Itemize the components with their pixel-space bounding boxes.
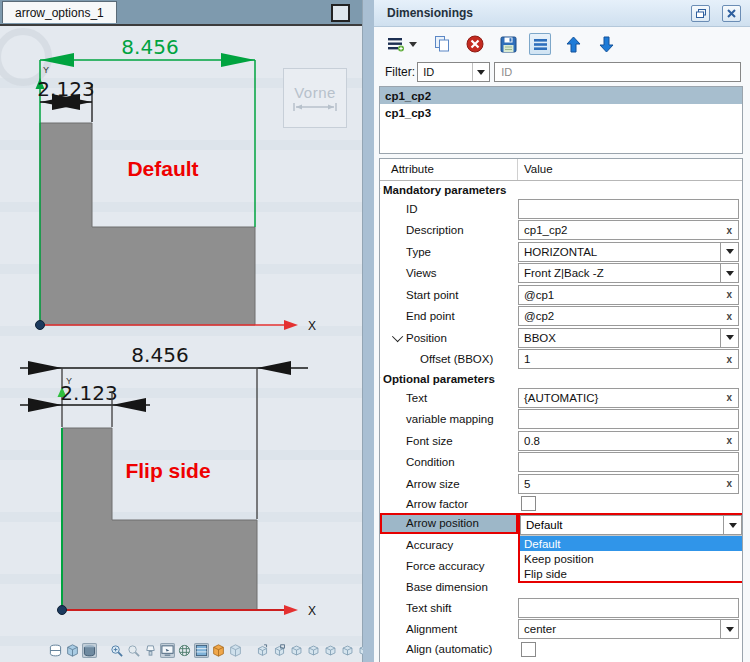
menu-add-icon[interactable]	[385, 33, 407, 55]
dim-width-default: 8.456	[121, 35, 178, 59]
param-row-variable-mapping: variable mapping	[380, 409, 742, 431]
position-select[interactable]: BBOX	[518, 328, 739, 348]
cube-iso-3-icon[interactable]	[323, 643, 338, 658]
param-row-offset-bbox: Offset (BBOX) 1x	[380, 349, 742, 371]
cube-orange-view-icon[interactable]	[211, 643, 226, 658]
param-row-align-automatic: Align (automatic)	[380, 640, 742, 658]
cad-viewport[interactable]: Vorne 8.456 Y 2.123	[0, 26, 362, 662]
cube-rotate-1-icon[interactable]	[255, 643, 270, 658]
filter-row: Filter: ID ID	[385, 62, 741, 82]
alignment-select[interactable]: center	[518, 619, 739, 639]
dropdown-option-default[interactable]: Default	[520, 536, 742, 551]
application: arrow_options_1 Vorne	[0, 0, 750, 662]
param-row-text: Text {AUTOMATIC}x	[380, 387, 742, 409]
maximize-icon[interactable]	[331, 4, 350, 22]
arrow-factor-checkbox[interactable]	[521, 496, 536, 511]
copy-icon[interactable]	[431, 33, 453, 55]
clear-icon[interactable]: x	[720, 289, 738, 300]
param-row-condition: Condition	[380, 452, 742, 474]
id-input[interactable]	[518, 199, 739, 219]
clear-icon[interactable]: x	[720, 478, 738, 489]
param-row-font-size: Font size 0.8x	[380, 430, 742, 452]
text-shift-input[interactable]	[518, 598, 739, 618]
cube-iso-2-icon[interactable]	[306, 643, 321, 658]
group-row-mandatory[interactable]: Mandatory parameters	[380, 181, 742, 198]
arrow-position-label-highlighted[interactable]: Arrow position	[380, 513, 518, 534]
arrow-size-input[interactable]: 5x	[518, 474, 739, 494]
cube-view-icon[interactable]	[65, 643, 80, 658]
delete-icon[interactable]	[464, 33, 486, 55]
chevron-down-icon[interactable]	[720, 329, 738, 347]
panel-view-icon[interactable]	[194, 643, 209, 658]
chevron-down-icon[interactable]	[720, 264, 738, 282]
restore-icon[interactable]	[691, 5, 710, 22]
group-row-optional[interactable]: Optional parameters	[380, 370, 742, 387]
description-input[interactable]: cp1_cp2x	[518, 220, 739, 240]
view-toolbar	[48, 641, 389, 659]
cylinder-solid-view-icon[interactable]	[82, 643, 97, 658]
cube-rotate-2-icon[interactable]	[272, 643, 287, 658]
align-automatic-checkbox[interactable]	[521, 642, 536, 657]
param-row-arrow-factor: Arrow factor	[380, 495, 742, 513]
menu-caret-icon[interactable]	[409, 42, 417, 47]
dropdown-option-flip-side[interactable]: Flip side	[520, 566, 742, 581]
param-row-description: Description cp1_cp2x	[380, 220, 742, 242]
clear-icon[interactable]: x	[720, 435, 738, 446]
list-item-cp1-cp2[interactable]: cp1_cp2	[380, 87, 742, 104]
dim-width-flip: 8.456	[131, 343, 188, 367]
chevron-down-icon[interactable]	[720, 243, 738, 261]
cube-iso-1-icon[interactable]	[289, 643, 304, 658]
move-up-icon[interactable]	[562, 33, 584, 55]
cube-light-view-icon[interactable]	[228, 643, 243, 658]
zoom-in-icon[interactable]	[109, 643, 124, 658]
text-input[interactable]: {AUTOMATIC}x	[518, 388, 739, 408]
origin-marker-flip	[58, 606, 67, 615]
move-down-icon[interactable]	[595, 33, 617, 55]
group-row-3d-parameter[interactable]: 3D Parameter	[380, 658, 742, 662]
dim-column-flip: 2.123	[60, 381, 117, 405]
param-row-position: Position BBOX	[380, 327, 742, 349]
offset-bbox-input[interactable]: 1x	[518, 349, 739, 369]
chevron-down-icon[interactable]	[723, 516, 741, 534]
list-item-cp1-cp3[interactable]: cp1_cp3	[380, 104, 742, 121]
param-row-alignment: Alignment center	[380, 619, 742, 641]
panel-title: Dimensionings	[374, 6, 473, 20]
screen-select-icon[interactable]	[160, 643, 175, 658]
views-select[interactable]: Front Z|Back -Z	[518, 263, 739, 283]
header-attribute: Attribute	[380, 159, 518, 180]
end-point-input[interactable]: @cp2x	[518, 306, 739, 326]
layers-icon[interactable]	[177, 643, 192, 658]
font-size-input[interactable]: 0.8x	[518, 431, 739, 451]
variable-mapping-input[interactable]	[518, 409, 739, 429]
chevron-down-icon[interactable]	[472, 63, 489, 81]
chevron-down-icon[interactable]	[720, 620, 738, 638]
cylinder-view-icon[interactable]	[48, 643, 63, 658]
panel-titlebar: Dimensionings	[374, 0, 750, 27]
condition-input[interactable]	[518, 452, 739, 472]
clear-icon[interactable]: x	[720, 311, 738, 322]
save-icon[interactable]	[497, 33, 519, 55]
annotation-default: Default	[127, 157, 198, 180]
list-view-icon[interactable]	[529, 33, 551, 55]
start-point-input[interactable]: @cp1x	[518, 285, 739, 305]
y-axis-label-default: Y	[43, 65, 49, 75]
dimension-list[interactable]: cp1_cp2 cp1_cp3	[379, 86, 743, 154]
tab-arrow-options[interactable]: arrow_options_1	[2, 1, 117, 23]
clear-icon[interactable]: x	[720, 392, 738, 403]
table-header: Attribute Value	[380, 159, 742, 181]
filter-field-select[interactable]: ID	[417, 62, 490, 82]
clear-icon[interactable]: x	[720, 354, 738, 365]
x-axis-label-default: X	[308, 319, 316, 333]
type-select[interactable]: HORIZONTAL	[518, 242, 739, 262]
zoom-previous-icon[interactable]	[126, 643, 141, 658]
param-row-id: ID	[380, 198, 742, 220]
cad-window: arrow_options_1 Vorne	[0, 0, 363, 662]
dropdown-option-keep-position[interactable]: Keep position	[520, 551, 742, 566]
lamp-icon[interactable]	[143, 643, 158, 658]
clear-icon[interactable]: x	[720, 225, 738, 236]
filter-query-input[interactable]: ID	[494, 62, 741, 82]
part-shape-default	[40, 123, 255, 325]
arrow-position-select[interactable]: Default	[520, 515, 742, 535]
close-icon[interactable]	[722, 5, 741, 22]
cube-iso-4-icon[interactable]	[340, 643, 355, 658]
